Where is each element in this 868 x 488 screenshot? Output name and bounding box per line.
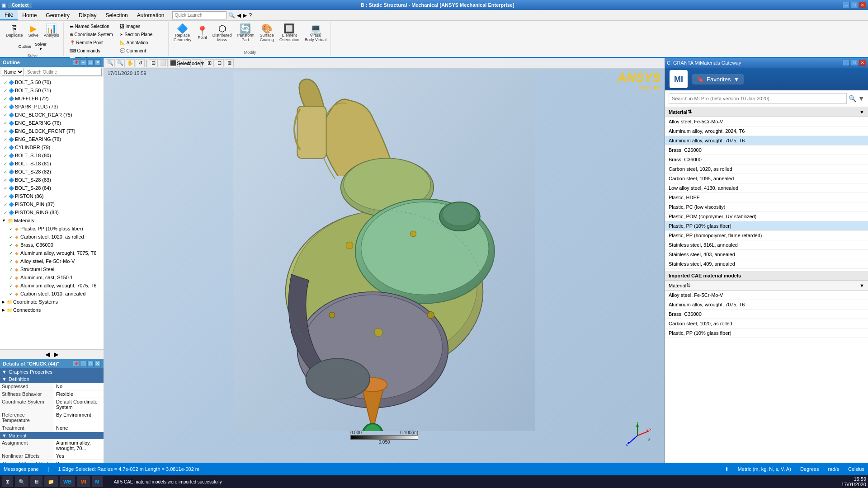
coordinate-val[interactable]: Default Coordinate System [54, 398, 104, 411]
right-minimize-button[interactable]: ─ [843, 60, 850, 66]
quick-launch-nav-prev[interactable]: ◀ [237, 12, 241, 19]
material-brass-c26000[interactable]: Brass, C26000 [665, 145, 868, 155]
tree-item-muffler[interactable]: ✓ 🔷 MUFFLER (72) [0, 94, 104, 103]
3d-model-viewport[interactable] [113, 71, 656, 431]
outline-button[interactable]: Outline [17, 43, 33, 50]
material-ss-409[interactable]: Stainless steel, 409, annealed [665, 259, 868, 269]
solve-button[interactable]: ▶ Solve [26, 23, 41, 39]
material-carbon-1095[interactable]: Carbon steel, 1095, annealed [665, 174, 868, 183]
ref-temp-val[interactable]: By Environment [54, 411, 104, 424]
context-tab[interactable]: Context [8, 2, 32, 8]
tree-item-materials[interactable]: ▼ 📁 Materials [0, 216, 104, 225]
element-orientation-button[interactable]: 🔲 ElementOrientation [277, 23, 302, 43]
material-sort-icon[interactable]: ⇅ [688, 109, 692, 115]
vp-rotate[interactable]: ↺ [136, 59, 145, 67]
material-carbon-1020[interactable]: Carbon steel, 1020, as rolled [665, 164, 868, 174]
tree-item-eng-block-rear[interactable]: ✓ 🔷 ENG_BLOCK_REAR (75) [0, 111, 104, 119]
vp-show-edges[interactable]: ⊟ [215, 59, 224, 67]
tree-item-spark-plug[interactable]: ✓ 🔷 SPARK_PLUG (73) [0, 103, 104, 111]
surface-coating-button[interactable]: 🎨 SurfaceCoating [258, 23, 276, 43]
material-al-7075-t6[interactable]: Aluminum alloy, wrought, 7075, T6 [665, 136, 868, 145]
menu-geometry[interactable]: Geometry [41, 10, 74, 20]
treatment-val[interactable]: None [54, 424, 104, 432]
right-close-button[interactable]: ✕ [859, 60, 866, 66]
vp-zoom-in[interactable]: 🔍 [116, 59, 125, 67]
material-filter-icon[interactable]: ▼ [859, 109, 864, 115]
imported-plastic-pp[interactable]: Plastic, PP (10% glass fiber) [665, 328, 868, 338]
images-button[interactable]: 🖼 Images [117, 23, 166, 30]
material-plastic-pp-homo[interactable]: Plastic, PP (homopolymer, flame retarded… [665, 231, 868, 240]
messages-pane-label[interactable]: Messages pane [4, 466, 39, 472]
tree-item-al-cast[interactable]: ✓ ◆ Aluminum, cast, S150.1 [0, 273, 104, 282]
solver-button[interactable]: Solver▼ [33, 41, 48, 52]
tree-item-bolt-s-28-83[interactable]: ✓ 🔷 BOLT_S-28 (83) [0, 176, 104, 184]
menu-display[interactable]: Display [74, 10, 101, 20]
suppressed-val[interactable]: No [54, 383, 104, 390]
vp-view-iso[interactable]: ⬛ [169, 59, 178, 67]
definition-section[interactable]: ▼ Definition [0, 375, 104, 383]
tree-item-connections[interactable]: ▶ 📁 Connections [0, 306, 104, 314]
tree-item-piston-ring[interactable]: ✓ 🔷 PISTON_RING (88) [0, 208, 104, 216]
tree-item-carbon-steel[interactable]: ✓ ◆ Carbon steel, 1020, as rolled [0, 233, 104, 241]
tree-item-bolt-s-18-80[interactable]: ✓ 🔷 BOLT_S-18 (80) [0, 151, 104, 160]
outline-min-button[interactable]: ─ [80, 59, 86, 66]
menu-automation[interactable]: Automation [132, 10, 169, 20]
stiffness-val[interactable]: Flexible [54, 390, 104, 398]
tree-item-al-7075-2[interactable]: ✓ ◆ Aluminum alloy, wrought, 7075, T6_ [0, 282, 104, 290]
file-explorer-button[interactable]: 📁 [44, 476, 58, 487]
material-ss-403[interactable]: Stainless steel, 403, annealed [665, 250, 868, 259]
tree-item-piston-pin[interactable]: ✓ 🔷 PISTON_PIN (87) [0, 200, 104, 208]
start-button[interactable]: ⊞ [2, 476, 13, 487]
commands-button[interactable]: ⌨ Commands [66, 47, 116, 55]
thermal-strain-val[interactable]: Yes [54, 460, 104, 463]
details-min-button[interactable]: ─ [80, 361, 86, 367]
wb-button[interactable]: WB [60, 476, 75, 487]
tree-item-carbon-1010[interactable]: ✓ ◆ Carbon steel, 1010, annealed [0, 290, 104, 298]
close-button[interactable]: ✕ [859, 2, 866, 8]
tree-item-bolt-s-18-81[interactable]: ✓ 🔷 BOLT_S-18 (81) [0, 160, 104, 168]
search-outline-input[interactable] [25, 68, 102, 76]
named-selection-button[interactable]: ☰ Named Selection [66, 23, 116, 30]
material-low-alloy-4130[interactable]: Low alloy steel, 4130, annealed [665, 183, 868, 193]
imported-brass-c36000[interactable]: Brass, C36000 [665, 310, 868, 319]
tree-nav-next[interactable]: ▶ [54, 351, 59, 358]
quick-launch-help[interactable]: ? [249, 12, 252, 19]
replace-geometry-button[interactable]: 🔷 ReplaceGeometry [171, 23, 194, 43]
vp-zoom-out[interactable]: 🔍 [106, 59, 115, 67]
tree-item-eng-block-front[interactable]: ✓ 🔷 ENG_BLOCK_FRONT (77) [0, 127, 104, 135]
duplicate-button[interactable]: ⎘ Duplicate [4, 23, 25, 39]
tree-item-eng-bearing-78[interactable]: ✓ 🔷 ENG_BEARING (78) [0, 135, 104, 143]
material-ss-316l[interactable]: Stainless steel, 316L, annealed [665, 240, 868, 250]
task-view-button[interactable]: 🖥 [30, 476, 42, 487]
analysis-button[interactable]: 📊 Analysis [42, 23, 61, 39]
vp-fit[interactable]: ⊡ [149, 59, 158, 67]
quick-launch-input[interactable] [172, 11, 226, 19]
tree-item-bolt-s-50-71[interactable]: ✓ 🔷 BOLT_S-50 (71) [0, 86, 104, 94]
vp-show-mesh[interactable]: ⊞ [205, 59, 214, 67]
menu-file[interactable]: File [0, 10, 18, 20]
outline-close-button[interactable]: ✕ [94, 59, 101, 66]
details-pin-button[interactable]: 📌 [73, 361, 79, 367]
tree-item-alloy-steel[interactable]: ✓ ◆ Alloy steel, Fe-5Cr-Mo-V [0, 257, 104, 265]
tree-item-al-7075[interactable]: ✓ ◆ Aluminum alloy, wrought, 7075, T6 [0, 249, 104, 257]
tree-item-bolt-s-50-70[interactable]: ✓ 🔷 BOLT_S-50 (70) [0, 78, 104, 86]
vp-view-front[interactable]: ⬜ [159, 59, 168, 67]
remote-point-button[interactable]: 📍 Remote Point [66, 39, 116, 47]
material-alloy-steel[interactable]: Alloy steel, Fe-5Cr-Mo-V [665, 117, 868, 127]
details-close-button[interactable]: ✕ [94, 361, 101, 367]
vp-show-nodes[interactable]: ⊠ [225, 59, 234, 67]
imported-alloy-steel[interactable]: Alloy steel, Fe-5Cr-Mo-V [665, 291, 868, 300]
distributed-mass-button[interactable]: ⬡ DistributedMass [211, 23, 233, 43]
material-plastic-pp-glass[interactable]: Plastic, PP (10% glass fiber) [665, 221, 868, 231]
maximize-button[interactable]: □ [851, 2, 858, 8]
tree-nav-prev[interactable]: ◀ [45, 351, 50, 358]
tree-item-plastic-pp[interactable]: ✓ ◆ Plastic, PP (10% glass fiber) [0, 225, 104, 233]
material-plastic-pom[interactable]: Plastic, POM (copolymer, UV stabilized) [665, 212, 868, 221]
material-plastic-pc[interactable]: Plastic, PC (low viscosity) [665, 202, 868, 212]
vp-pan[interactable]: ✋ [126, 59, 135, 67]
comment-button[interactable]: 💬 Comment [117, 47, 166, 55]
material-al-2024[interactable]: Aluminum alloy, wrought, 2024, T6 [665, 127, 868, 136]
tree-item-coord-systems[interactable]: ▶ 📁 Coordinate Systems [0, 298, 104, 306]
graphics-properties-section[interactable]: ▼ Graphics Properties [0, 368, 104, 375]
tree-item-structural-steel[interactable]: ✓ ◆ Structural Steel [0, 265, 104, 273]
